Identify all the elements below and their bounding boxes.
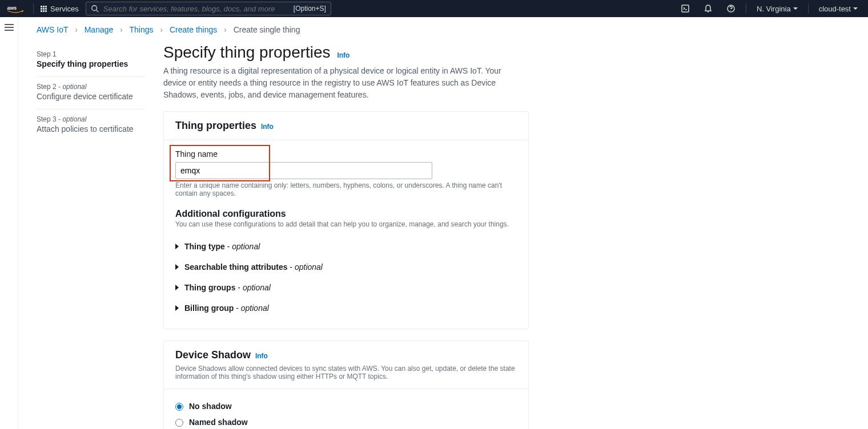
expand-thing-type[interactable]: Thing type - optional [175, 236, 517, 257]
radio-no-shadow[interactable]: No shadow [175, 398, 517, 414]
caret-right-icon [175, 305, 179, 311]
services-menu[interactable]: Services [41, 5, 79, 13]
breadcrumb-current: Create single thing [234, 25, 300, 34]
breadcrumb-link[interactable]: Things [129, 25, 153, 34]
expand-billing-group[interactable]: Billing group - optional [175, 298, 517, 318]
cloudshell-button[interactable] [677, 1, 693, 17]
wizard-step-2[interactable]: Step 2 - optional Configure device certi… [37, 77, 145, 110]
grid-icon [41, 6, 47, 12]
top-nav: aws Services [Option+S] N. Virginia clou… [0, 0, 868, 17]
search-icon [91, 5, 99, 13]
wizard-step-3[interactable]: Step 3 - optional Attach policies to cer… [37, 110, 145, 141]
breadcrumb: AWS IoT › Manage › Things › Create thing… [18, 17, 868, 39]
main-content: Specify thing properties Info A thing re… [163, 39, 529, 429]
page-title: Specify thing properties Info [163, 43, 529, 62]
chevron-right-icon: › [224, 25, 227, 34]
chevron-right-icon: › [160, 25, 163, 34]
nav-divider [746, 3, 746, 14]
expand-thing-groups[interactable]: Thing groups - optional [175, 277, 517, 298]
caret-right-icon [175, 244, 179, 249]
wizard-steps: Step 1 Specify thing properties Step 2 -… [37, 39, 145, 429]
chevron-right-icon: › [120, 25, 123, 34]
thing-name-input[interactable] [175, 162, 432, 179]
panel-header: Device Shadow Info Device Shadows allow … [164, 341, 528, 389]
info-link[interactable]: Info [261, 123, 274, 131]
additional-config-header: Additional configurations [175, 209, 517, 219]
chevron-down-icon [793, 7, 798, 10]
chevron-right-icon: › [75, 25, 78, 34]
nav-divider [808, 3, 809, 14]
svg-text:aws: aws [7, 5, 17, 11]
services-label: Services [50, 5, 79, 13]
svg-point-1 [92, 6, 97, 11]
caret-right-icon [175, 285, 179, 290]
breadcrumb-link[interactable]: Create things [170, 25, 217, 34]
search-input[interactable] [103, 5, 289, 13]
search-shortcut: [Option+S] [294, 5, 326, 13]
region-label: N. Virginia [757, 5, 791, 13]
help-button[interactable] [723, 1, 739, 17]
bell-icon [704, 4, 713, 13]
global-search[interactable]: [Option+S] [86, 2, 331, 15]
device-shadow-panel: Device Shadow Info Device Shadows allow … [163, 341, 529, 429]
thing-name-label: Thing name [175, 149, 517, 159]
chevron-down-icon [853, 7, 858, 10]
terminal-icon [681, 4, 690, 13]
radio-input[interactable] [175, 419, 183, 427]
info-link[interactable]: Info [337, 51, 349, 59]
panel-header: Thing properties Info [164, 112, 528, 140]
notifications-button[interactable] [700, 1, 716, 17]
additional-config-desc: You can use these configurations to add … [175, 220, 517, 228]
wizard-step-1[interactable]: Step 1 Specify thing properties [37, 44, 145, 77]
account-label: cloud-test [819, 5, 851, 13]
account-menu[interactable]: cloud-test [815, 5, 861, 13]
region-selector[interactable]: N. Virginia [753, 5, 801, 13]
aws-logo[interactable]: aws [7, 4, 24, 13]
thing-name-hint: Enter a unique name containing only: let… [175, 181, 517, 197]
page-description: A thing resource is a digital representa… [163, 65, 527, 101]
svg-line-2 [96, 10, 98, 13]
help-icon [726, 4, 736, 13]
nav-divider [33, 3, 34, 14]
side-rail [0, 17, 18, 429]
caret-right-icon [175, 264, 179, 270]
hamburger-button[interactable] [5, 24, 14, 31]
expand-searchable-attributes[interactable]: Searchable thing attributes - optional [175, 257, 517, 277]
breadcrumb-link[interactable]: AWS IoT [37, 25, 68, 34]
info-link[interactable]: Info [255, 352, 268, 360]
thing-properties-panel: Thing properties Info Thing name Enter a… [163, 111, 529, 329]
radio-input[interactable] [175, 403, 183, 411]
radio-named-shadow[interactable]: Named shadow Create multiple shadows wit… [175, 414, 517, 429]
breadcrumb-link[interactable]: Manage [85, 25, 114, 34]
device-shadow-desc: Device Shadows allow connected devices t… [175, 365, 517, 381]
